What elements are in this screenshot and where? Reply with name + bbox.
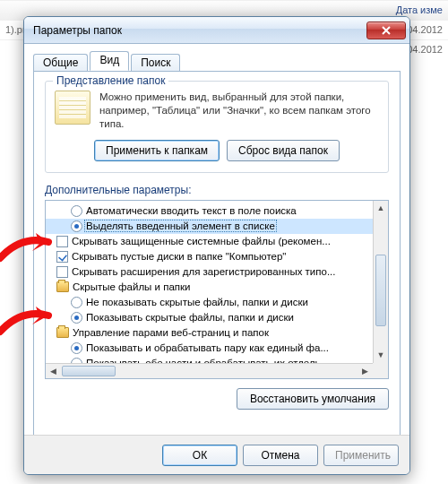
horizontal-scrollbar[interactable]: ◀ ▶ (46, 363, 373, 378)
restore-defaults-button[interactable]: Восстановить умолчания (237, 388, 389, 410)
tree-item[interactable]: Скрытые файлы и папки (46, 280, 373, 295)
window-title: Параметры папок (33, 24, 366, 37)
tree-item[interactable]: Автоматически вводить текст в поле поиск… (46, 203, 373, 219)
tree-item[interactable]: Скрывать пустые диски в папке "Компьютер… (46, 249, 373, 264)
folder-view-text: Можно применить вид, выбранный для этой … (99, 91, 379, 131)
tree-item[interactable]: Скрывать защищенные системные файлы (рек… (46, 234, 373, 249)
advanced-settings-tree[interactable]: Автоматически вводить текст в поле поиск… (45, 200, 389, 379)
tab-search[interactable]: Поиск (131, 54, 180, 72)
folder-icon (56, 281, 69, 292)
tree-item-label: Скрывать расширения для зарегистрированн… (72, 266, 336, 277)
scroll-right-icon[interactable]: ▶ (358, 364, 373, 378)
tree-item[interactable]: Показывать и обрабатывать пару как едины… (46, 341, 373, 356)
group-title: Представление папок (53, 74, 168, 87)
ok-button[interactable]: ОК (162, 445, 237, 466)
radio-icon[interactable] (71, 342, 82, 354)
reset-folders-button[interactable]: Сброс вида папок (227, 140, 340, 161)
tree-item-label: Скрывать защищенные системные файлы (рек… (72, 236, 331, 246)
tree-item[interactable]: Управление парами веб-страниц и папок (46, 325, 373, 341)
apply-button[interactable]: Применить (323, 445, 399, 466)
radio-icon[interactable] (71, 220, 82, 232)
close-icon (382, 26, 391, 35)
close-button[interactable] (366, 22, 406, 39)
radio-icon[interactable] (71, 205, 82, 217)
tree-item-label: Показывать и обрабатывать пару как едины… (86, 342, 329, 353)
tree-item[interactable]: Показывать обе части и обрабатывать их о… (46, 356, 373, 363)
folder-icon (56, 327, 69, 338)
tab-general[interactable]: Общие (33, 54, 88, 72)
scroll-thumb[interactable] (62, 366, 116, 376)
tab-strip: Общие Вид Поиск (33, 49, 401, 71)
bg-date-col-label: Дата изме (396, 4, 443, 15)
tree-item[interactable]: Показывать скрытые файлы, папки и диски (46, 310, 373, 325)
scroll-down-icon[interactable]: ▼ (374, 348, 388, 363)
tree-item[interactable]: Скрывать расширения для зарегистрированн… (46, 264, 373, 280)
scroll-thumb[interactable] (375, 255, 386, 326)
tree-item-label: Не показывать скрытые файлы, папки и дис… (86, 297, 308, 307)
tree-item-label: Выделять введенный элемент в списке (84, 220, 277, 232)
scroll-up-icon[interactable]: ▲ (374, 201, 388, 216)
tree-item-label: Управление парами веб-страниц и папок (73, 327, 269, 338)
tree-item-label: Скрывать пустые диски в папке "Компьютер… (72, 251, 286, 262)
folder-views-group: Представление папок Можно применить вид,… (45, 81, 389, 173)
radio-icon[interactable] (71, 297, 82, 308)
folder-view-icon (55, 91, 90, 125)
radio-icon[interactable] (71, 312, 82, 324)
tree-item-label: Автоматически вводить текст в поле поиск… (86, 205, 297, 216)
advanced-settings-label: Дополнительные параметры: (45, 184, 389, 196)
checkbox-icon[interactable] (56, 236, 68, 247)
apply-to-folders-button[interactable]: Применить к папкам (94, 140, 220, 161)
cancel-button[interactable]: Отмена (243, 445, 318, 466)
tree-item-label: Скрытые файлы и папки (73, 281, 191, 292)
dialog-footer: ОК Отмена Применить (24, 435, 409, 474)
folder-options-dialog: Параметры папок Общие Вид Поиск Представ… (23, 16, 410, 475)
vertical-scrollbar[interactable]: ▲ ▼ (373, 201, 388, 363)
checkbox-icon[interactable] (56, 251, 68, 263)
titlebar[interactable]: Параметры папок (24, 17, 409, 44)
scroll-left-icon[interactable]: ◀ (46, 364, 61, 378)
tab-page-view: Представление папок Можно применить вид,… (33, 71, 401, 456)
tree-item[interactable]: Не показывать скрытые файлы, папки и дис… (46, 295, 373, 310)
tree-item[interactable]: Выделять введенный элемент в списке (46, 219, 373, 234)
scroll-corner (373, 363, 388, 378)
checkbox-icon[interactable] (56, 266, 68, 278)
tree-item-label: Показывать скрытые файлы, папки и диски (86, 312, 294, 323)
tab-view[interactable]: Вид (90, 51, 129, 71)
